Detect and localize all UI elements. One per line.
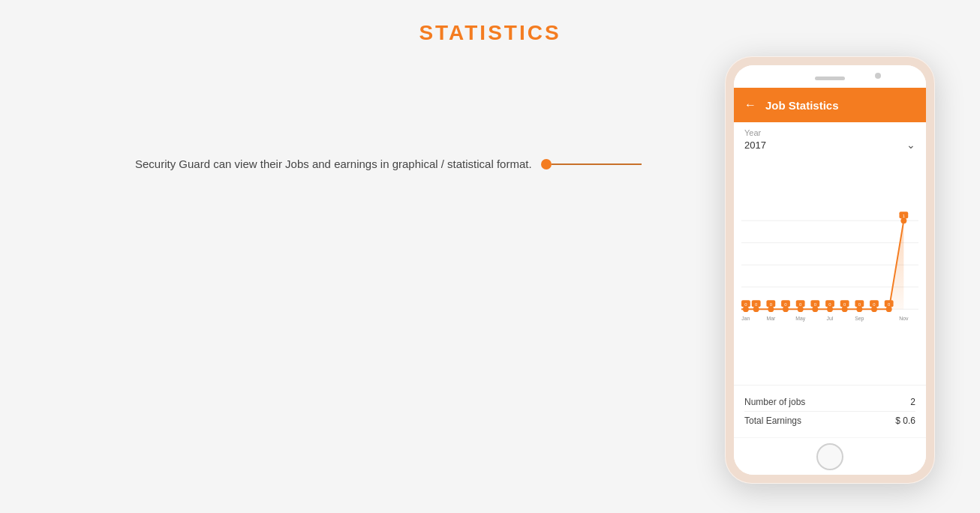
page-title: STATISTICS — [0, 0, 980, 45]
svg-point-35 — [871, 306, 877, 312]
svg-text:Nov: Nov — [899, 316, 909, 321]
stat-value-jobs: 2 — [910, 397, 915, 407]
stat-row-earnings: Total Earnings $ 0.6 — [744, 411, 915, 430]
phone-container: ← Job Statistics Year 2017 ⌄ — [725, 56, 935, 484]
chart-svg: 0 0 0 0 — [741, 160, 918, 385]
phone-top-bar — [734, 65, 926, 88]
stat-row-jobs: Number of jobs 2 — [744, 393, 915, 411]
stat-value-earnings: $ 0.6 — [895, 416, 915, 426]
description-area: Security Guard can view their Jobs and e… — [135, 158, 642, 170]
svg-text:Jul: Jul — [827, 316, 834, 321]
app-content: Year 2017 ⌄ — [734, 122, 926, 437]
year-label: Year — [744, 128, 915, 137]
svg-point-11 — [753, 306, 759, 312]
phone-camera — [875, 73, 881, 79]
svg-point-41 — [900, 218, 906, 224]
svg-point-23 — [812, 306, 818, 312]
dot-connector — [541, 159, 642, 170]
description-text: Security Guard can view their Jobs and e… — [135, 158, 532, 170]
year-selector[interactable]: Year 2017 ⌄ — [734, 122, 926, 154]
chart-area: 0 0 0 0 — [734, 154, 926, 385]
svg-point-8 — [743, 306, 749, 312]
svg-text:Sep: Sep — [855, 316, 864, 322]
svg-point-29 — [842, 306, 848, 312]
svg-text:Mar: Mar — [766, 316, 776, 321]
back-arrow-icon[interactable]: ← — [744, 98, 756, 112]
phone-bottom — [734, 437, 926, 475]
svg-text:May: May — [795, 316, 806, 322]
svg-text:Jan: Jan — [741, 316, 750, 321]
svg-point-14 — [768, 306, 774, 312]
connector-line — [552, 164, 642, 165]
home-button[interactable] — [816, 443, 843, 470]
stat-label-earnings: Total Earnings — [744, 416, 801, 426]
svg-point-38 — [886, 306, 892, 312]
svg-point-26 — [827, 306, 833, 312]
stats-footer: Number of jobs 2 Total Earnings $ 0.6 — [734, 385, 926, 437]
orange-dot — [541, 159, 552, 170]
svg-point-17 — [783, 306, 789, 312]
year-value-row: 2017 ⌄ — [744, 139, 915, 151]
app-header: ← Job Statistics — [734, 88, 926, 122]
svg-point-20 — [798, 306, 804, 312]
year-value: 2017 — [744, 140, 766, 151]
stat-label-jobs: Number of jobs — [744, 397, 805, 407]
app-header-title: Job Statistics — [765, 99, 839, 112]
chevron-down-icon: ⌄ — [906, 139, 915, 151]
phone-speaker — [815, 76, 845, 80]
svg-point-32 — [856, 306, 862, 312]
phone-screen: ← Job Statistics Year 2017 ⌄ — [734, 65, 926, 475]
phone-outer: ← Job Statistics Year 2017 ⌄ — [725, 56, 935, 484]
